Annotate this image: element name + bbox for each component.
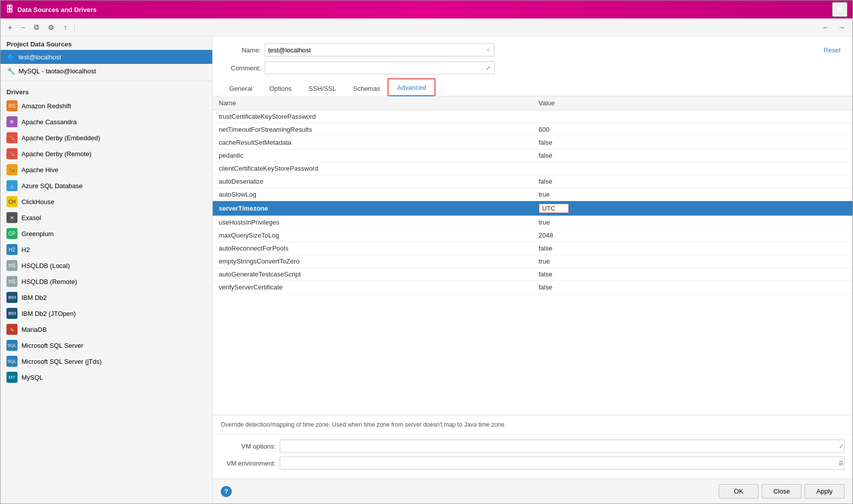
- property-name: autoDeserialize: [213, 175, 533, 188]
- table-row[interactable]: autoSlowLogtrue: [213, 188, 853, 201]
- close-window-button[interactable]: ✕: [832, 2, 848, 17]
- tab-schemas[interactable]: Schemas: [345, 80, 389, 96]
- table-row[interactable]: serverTimezoneUTC: [213, 201, 853, 216]
- driver-label: HSQLDB (Local): [21, 262, 70, 269]
- driver-h2[interactable]: H2 H2: [0, 242, 212, 257]
- driver-ibm-db2-jtopen[interactable]: IBM IBM Db2 (JTOpen): [0, 305, 212, 321]
- driver-label: MariaDB: [21, 326, 47, 333]
- description-area: Override detection/mapping of time zone.…: [213, 415, 853, 435]
- vm-options-expand-btn[interactable]: ⤢: [839, 443, 844, 450]
- driver-clickhouse[interactable]: CH ClickHouse: [0, 194, 212, 210]
- driver-label: Apache Hive: [21, 166, 58, 174]
- back-button[interactable]: ←: [819, 21, 833, 33]
- table-row[interactable]: useHostsInPrivilegestrue: [213, 216, 853, 229]
- driver-mariadb[interactable]: ∿ MariaDB: [0, 321, 212, 337]
- name-circle-btn[interactable]: ○: [482, 44, 494, 56]
- remove-button[interactable]: −: [17, 21, 28, 33]
- col-name-header: Name: [213, 96, 533, 110]
- driver-apache-cassandra[interactable]: 👁 Apache Cassandra: [0, 114, 212, 130]
- vm-options-row: VM options: ⤢: [221, 440, 845, 453]
- table-row[interactable]: netTimeoutForStreamingResults600: [213, 123, 853, 136]
- name-input[interactable]: [265, 46, 482, 54]
- driver-apache-derby-remote[interactable]: 🔧 Apache Derby (Remote): [0, 146, 212, 162]
- tab-advanced[interactable]: Advanced: [389, 79, 434, 96]
- property-name: serverTimezone: [213, 201, 533, 216]
- driver-label: MySQL: [21, 374, 43, 381]
- table-row[interactable]: emptyStringsConvertToZerotrue: [213, 255, 853, 268]
- driver-label: Apache Derby (Embedded): [21, 134, 100, 142]
- help-button[interactable]: ?: [221, 486, 232, 497]
- project-item-test-localhost[interactable]: 🔷 test@localhost: [0, 50, 212, 64]
- comment-expand-btn[interactable]: ⤢: [482, 62, 494, 74]
- driver-apache-derby-embedded[interactable]: 🔧 Apache Derby (Embedded): [0, 130, 212, 146]
- name-row: Name: ○ Reset: [221, 43, 845, 56]
- table-row[interactable]: clientCertificateKeyStorePassword: [213, 162, 853, 175]
- property-value[interactable]: UTC: [533, 201, 853, 216]
- driver-label: Microsoft SQL Server (jTds): [21, 358, 102, 365]
- copy-button[interactable]: ⧉: [30, 21, 42, 33]
- driver-hsqldb-remote[interactable]: HS HSQLDB (Remote): [0, 273, 212, 289]
- apply-button[interactable]: Apply: [805, 484, 845, 499]
- comment-input[interactable]: [265, 64, 482, 72]
- property-name: maxQuerySizeToLog: [213, 229, 533, 242]
- driver-azure-sql[interactable]: △ Azure SQL Database: [0, 178, 212, 194]
- tab-ssh-ssl[interactable]: SSH/SSL: [300, 80, 345, 96]
- table-row[interactable]: verifyServerCertificatefalse: [213, 281, 853, 294]
- name-field-container: ○: [265, 43, 494, 56]
- reset-link[interactable]: Reset: [824, 46, 845, 54]
- tab-general[interactable]: General: [221, 80, 261, 96]
- project-item-mysql[interactable]: 🔧 MySQL - taotao@localhost: [0, 64, 212, 78]
- vm-environment-input[interactable]: [280, 457, 845, 470]
- driver-amazon-redshift[interactable]: RS Amazon Redshift: [0, 98, 212, 114]
- driver-mssql-jtds[interactable]: SQL Microsoft SQL Server (jTds): [0, 353, 212, 369]
- table-row[interactable]: autoDeserializefalse: [213, 175, 853, 188]
- col-value-header: Value: [533, 96, 853, 110]
- driver-label: ClickHouse: [21, 198, 54, 206]
- table-row[interactable]: autoGenerateTestcaseScriptfalse: [213, 268, 853, 281]
- driver-apache-hive[interactable]: 🐝 Apache Hive: [0, 162, 212, 178]
- app-icon: 🗄: [5, 5, 13, 14]
- exasol-icon: ✕: [6, 212, 17, 223]
- property-name: trustCertificateKeyStorePassword: [213, 110, 533, 123]
- tab-options[interactable]: Options: [261, 80, 300, 96]
- close-button[interactable]: Close: [762, 484, 802, 499]
- ok-button[interactable]: OK: [719, 484, 759, 499]
- ibm-db2-jtopen-icon: IBM: [6, 308, 17, 319]
- drivers-list: RS Amazon Redshift 👁 Apache Cassandra 🔧 …: [0, 98, 212, 504]
- vm-environment-expand-btn[interactable]: ☰: [839, 460, 844, 467]
- description-text: Override detection/mapping of time zone.…: [221, 421, 504, 428]
- driver-ibm-db2[interactable]: IBM IBM Db2: [0, 289, 212, 305]
- table-row[interactable]: autoReconnectForPoolsfalse: [213, 242, 853, 255]
- table-row[interactable]: cacheResultSetMetadatafalse: [213, 136, 853, 149]
- property-value-edit[interactable]: UTC: [539, 204, 569, 213]
- amazon-redshift-icon: RS: [6, 100, 17, 111]
- forward-button[interactable]: →: [835, 21, 849, 33]
- project-item-mysql-label: MySQL - taotao@localhost: [18, 67, 96, 75]
- driver-greenplum[interactable]: GP Greenplum: [0, 226, 212, 242]
- hsqldb-local-icon: HS: [6, 260, 17, 271]
- vm-options-input[interactable]: [280, 440, 845, 453]
- table-row[interactable]: pedanticfalse: [213, 149, 853, 162]
- toolbar: + − ⧉ ⚙ ↑ ← →: [0, 18, 853, 36]
- add-button[interactable]: +: [4, 21, 15, 33]
- export-button[interactable]: ↑: [60, 21, 70, 33]
- table-row[interactable]: trustCertificateKeyStorePassword: [213, 110, 853, 123]
- table-row[interactable]: maxQuerySizeToLog2048: [213, 229, 853, 242]
- driver-exasol[interactable]: ✕ Exasol: [0, 210, 212, 226]
- name-label: Name:: [221, 46, 261, 54]
- driver-mysql[interactable]: MY MySQL: [0, 369, 212, 385]
- hsqldb-remote-icon: HS: [6, 276, 17, 287]
- driver-hsqldb-local[interactable]: HS HSQLDB (Local): [0, 257, 212, 273]
- footer-buttons: ? OK Close Apply: [213, 479, 853, 504]
- property-name: cacheResultSetMetadata: [213, 136, 533, 149]
- property-value: false: [533, 175, 853, 188]
- properties-table-container: Name Value trustCertificateKeyStorePassw…: [213, 96, 853, 415]
- project-header: Project Data Sources: [0, 36, 212, 50]
- property-value: [533, 110, 853, 123]
- settings-button[interactable]: ⚙: [44, 21, 58, 33]
- property-value: [533, 162, 853, 175]
- property-value: false: [533, 136, 853, 149]
- driver-mssql[interactable]: SQL Microsoft SQL Server: [0, 337, 212, 353]
- property-name: pedantic: [213, 149, 533, 162]
- left-panel: Project Data Sources 🔷 test@localhost 🔧 …: [0, 36, 213, 504]
